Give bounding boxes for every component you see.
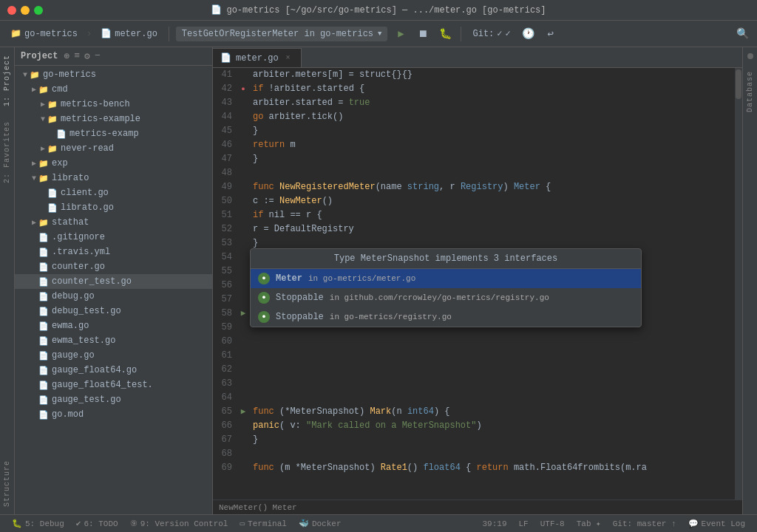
travis-label: .travis.yml [52, 247, 110, 257]
project-header-title: Project [21, 51, 58, 61]
status-debug[interactable]: 🐛 5: Debug [6, 515, 70, 532]
run-configuration[interactable]: TestGetOrRegisterMeter in go-metrics ▼ [176, 27, 388, 41]
tree-item-gauge-float64-test[interactable]: ▶ 📄 gauge_float64_test. [15, 378, 212, 392]
scrollbar-thumb[interactable] [736, 69, 741, 99]
autocomplete-header: Type MeterSnapshot implements 3 interfac… [251, 249, 641, 269]
status-todo[interactable]: ✔ 6: TODO [70, 515, 124, 532]
ac-icon-2: ● [258, 311, 270, 323]
close-button[interactable] [7, 6, 16, 15]
debug-button[interactable]: 🐛 [436, 25, 454, 43]
tree-item-gauge-float64-go[interactable]: ▶ 📄 gauge_float64.go [15, 363, 212, 378]
tree-item-go-mod[interactable]: ▶ 📄 go.mod [15, 407, 212, 422]
right-sidebar-database-label[interactable]: Database [746, 71, 754, 112]
autocomplete-item-1[interactable]: ● Stoppable in github.com/rcrowley/go-me… [251, 288, 641, 307]
autocomplete-item-0[interactable]: ● Meter in go-metrics/meter.go [251, 269, 641, 288]
go-mod-label: go.mod [52, 409, 84, 420]
minimize-button[interactable] [21, 6, 30, 15]
toolbar: 📁 go-metrics › 📄 meter.go TestGetOrRegis… [0, 21, 757, 47]
go-mod-icon: 📄 [38, 410, 49, 420]
tree-item-counter-test-go[interactable]: ▶ 📄 counter_test.go [15, 274, 212, 289]
project-add-icon[interactable]: ⊕ [64, 50, 69, 62]
project-minimize-icon[interactable]: − [95, 50, 101, 62]
project-header-icons: ⊕ ≡ ⚙ − [64, 50, 100, 62]
tree-item-stathat[interactable]: ▶ 📁 stathat [15, 215, 212, 230]
run-button[interactable]: ▶ [392, 25, 410, 43]
sidebar-item-structure[interactable]: Structure [3, 457, 11, 510]
tree-item-metrics-bench[interactable]: ▶ 📁 metrics-bench [15, 97, 212, 112]
ac-item-location-1: in github.com/rcrowley/go-metrics/regist… [330, 293, 549, 302]
rollback-icon[interactable]: ↩ [542, 25, 560, 43]
metrics-example-label: metrics-example [61, 114, 140, 124]
maximize-button[interactable] [34, 6, 43, 15]
status-position[interactable]: 39:19 [476, 515, 512, 532]
tree-item-librato-go[interactable]: ▶ 📄 librato.go [15, 200, 212, 215]
tree-root[interactable]: ▼ 📁 go-metrics [15, 67, 212, 82]
tree-item-never-read[interactable]: ▶ 📁 never-read [15, 141, 212, 156]
tree-item-ewma-go[interactable]: ▶ 📄 ewma.go [15, 318, 212, 333]
search-icon[interactable]: 🔍 [733, 25, 751, 43]
git-status-label: Git: master ↑ [613, 519, 676, 528]
status-event-log[interactable]: 💬 Event Log [682, 515, 751, 532]
root-folder-icon: 📁 [30, 70, 40, 80]
tree-item-gauge-test-go[interactable]: ▶ 📄 gauge_test.go [15, 392, 212, 407]
tree-item-librato[interactable]: ▼ 📁 librato [15, 171, 212, 185]
librato-go-icon: 📄 [47, 203, 58, 213]
status-version-control[interactable]: ⑨ 9: Version Control [124, 515, 234, 532]
autocomplete-item-2[interactable]: ● Stoppable in go-metrics/registry.go [251, 307, 641, 327]
status-lf[interactable]: LF [513, 515, 534, 532]
tree-item-travis[interactable]: ▶ 📄 .travis.yml [15, 245, 212, 259]
editor-scrollbar[interactable] [735, 68, 742, 499]
tree-item-ewma-test-go[interactable]: ▶ 📄 ewma_test.go [15, 333, 212, 348]
vcs-label: 9: Version Control [140, 519, 228, 528]
gauge-float64-test-icon: 📄 [38, 381, 49, 390]
file-nav-item[interactable]: 📄 meter.go [96, 26, 162, 41]
tab-label: meter.go [236, 53, 279, 64]
event-log-label: Event Log [702, 519, 745, 528]
ewma-test-label: ewma_test.go [52, 335, 115, 346]
git-label[interactable]: Git: ✓ ✓ [468, 26, 515, 41]
title-file-icon: 📄 [211, 4, 222, 16]
tree-item-client-go[interactable]: ▶ 📄 client.go [15, 185, 212, 200]
cmd-label: cmd [52, 84, 68, 95]
status-docker[interactable]: 🐳 Docker [293, 515, 347, 532]
sidebar-item-favorites[interactable]: 2: Favorites [3, 118, 11, 186]
tree-item-exp[interactable]: ▶ 📁 exp [15, 156, 212, 171]
tree-item-cmd[interactable]: ▶ 📁 cmd [15, 82, 212, 97]
counter-go-label: counter.go [52, 262, 105, 272]
status-encoding[interactable]: UTF-8 [534, 515, 571, 532]
project-settings-icon[interactable]: ⚙ [84, 50, 90, 62]
stop-button[interactable]: ⏹ [414, 25, 432, 43]
tree-item-counter-go[interactable]: ▶ 📄 counter.go [15, 259, 212, 274]
tree-item-debug-test-go[interactable]: ▶ 📄 debug_test.go [15, 304, 212, 318]
tree-item-debug-go[interactable]: ▶ 📄 debug.go [15, 289, 212, 304]
history-icon[interactable]: 🕐 [520, 25, 537, 43]
encoding-label: UTF-8 [540, 519, 565, 528]
root-label: go-metrics [43, 69, 96, 80]
metrics-example-icon: 📁 [47, 115, 58, 124]
code-line-51: 51 if nil == r { [213, 208, 735, 222]
tree-item-metrics-examp-file[interactable]: ▶ 📄 metrics-examp [15, 126, 212, 141]
gauge-go-label: gauge.go [52, 350, 95, 361]
status-git[interactable]: Git: master ↑ [607, 515, 682, 532]
status-terminal[interactable]: ▭ Terminal [234, 515, 292, 532]
metrics-examp-file-icon: 📄 [56, 129, 67, 139]
code-line-47: 47 } [213, 152, 735, 166]
gauge-float64-go-label: gauge_float64.go [52, 365, 137, 375]
project-panel: Project ⊕ ≡ ⚙ − ▼ 📁 go-metrics ▶ 📁 cmd [15, 47, 213, 514]
code-line-63: 63 [213, 377, 735, 391]
sidebar-item-project[interactable]: 1: Project [3, 52, 11, 109]
status-indent[interactable]: Tab ✦ [571, 515, 607, 532]
tree-item-metrics-example[interactable]: ▼ 📁 metrics-example [15, 112, 212, 126]
project-layout-icon[interactable]: ≡ [74, 50, 80, 62]
project-nav-item[interactable]: 📁 go-metrics [6, 26, 82, 41]
gauge-test-icon: 📄 [38, 395, 49, 405]
exp-label: exp [52, 158, 68, 168]
code-line-44: 44 go arbiter.tick() [213, 110, 735, 124]
code-line-66: 66 panic( v: "Mark called on a MeterSnap… [213, 419, 735, 433]
ewma-go-label: ewma.go [52, 321, 89, 331]
tab-close-button[interactable]: × [283, 53, 293, 64]
tree-item-gitignore[interactable]: ▶ 📄 .gitignore [15, 230, 212, 245]
code-editor[interactable]: 41 arbiter.meters[m] = struct{}{} 42 ● i… [213, 68, 742, 499]
editor-tab-meter-go[interactable]: 📄 meter.go × [213, 48, 302, 67]
tree-item-gauge-go[interactable]: ▶ 📄 gauge.go [15, 348, 212, 363]
